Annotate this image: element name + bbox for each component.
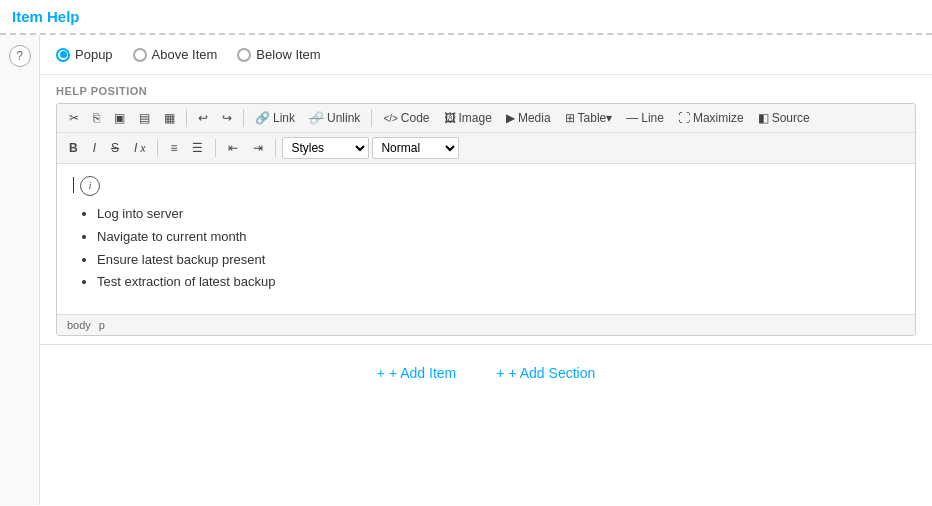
line-icon: — bbox=[626, 111, 638, 125]
image-icon: 🖼 bbox=[444, 111, 456, 125]
list-item: Ensure latest backup present bbox=[97, 250, 899, 271]
radio-below-item[interactable]: Below Item bbox=[237, 47, 320, 62]
code-button[interactable]: </> Code bbox=[377, 108, 435, 128]
bottom-bar: + + Add Item + + Add Section bbox=[40, 344, 932, 401]
format-select[interactable]: Normal Heading 1 Heading 2 Paragraph bbox=[372, 137, 459, 159]
code-icon: </> bbox=[383, 113, 397, 124]
unlink-label: Unlink bbox=[327, 111, 360, 125]
media-icon: ▶ bbox=[506, 111, 515, 125]
paste-button[interactable]: ▣ bbox=[108, 108, 131, 128]
cursor-line: i bbox=[73, 176, 899, 194]
cut-icon: ✂ bbox=[69, 111, 79, 125]
paste-icon: ▣ bbox=[114, 111, 125, 125]
radio-popup[interactable]: Popup bbox=[56, 47, 113, 62]
toolbar-row1: ✂ ⎘ ▣ ▤ ▦ ↩ ↪ bbox=[57, 104, 915, 133]
source-label: Source bbox=[772, 111, 810, 125]
maximize-icon: ⛶ bbox=[678, 111, 690, 125]
main-content: ? Popup Above Item Below Item HELP POSIT… bbox=[0, 35, 932, 505]
ordered-list-button[interactable]: ≡ bbox=[164, 138, 183, 158]
add-item-plus-icon: + bbox=[377, 365, 385, 381]
unlink-button[interactable]: 🔗 Unlink bbox=[303, 108, 366, 128]
page-title: Item Help bbox=[12, 8, 80, 25]
toolbar-sep2 bbox=[243, 109, 244, 127]
toolbar-sep4 bbox=[157, 139, 158, 157]
redo-icon: ↪ bbox=[222, 111, 232, 125]
source-icon: ◧ bbox=[758, 111, 769, 125]
strikethrough-button[interactable]: S bbox=[105, 138, 125, 158]
unordered-list-button[interactable]: ☰ bbox=[186, 138, 209, 158]
left-sidebar: ? bbox=[0, 35, 40, 505]
paste-plain-button[interactable]: ▤ bbox=[133, 108, 156, 128]
radio-circle-popup bbox=[56, 48, 70, 62]
outdent-button[interactable]: ⇤ bbox=[222, 138, 244, 158]
unordered-list-icon: ☰ bbox=[192, 141, 203, 155]
radio-label-above-item: Above Item bbox=[152, 47, 218, 62]
copy-icon: ⎘ bbox=[93, 111, 100, 125]
paste-word-button[interactable]: ▦ bbox=[158, 108, 181, 128]
editor-body[interactable]: i Log into server Navigate to current mo… bbox=[57, 164, 915, 314]
list-item: Test extraction of latest backup bbox=[97, 272, 899, 293]
media-button[interactable]: ▶ Media bbox=[500, 108, 557, 128]
line-button[interactable]: — Line bbox=[620, 108, 670, 128]
footer-tag-p: p bbox=[99, 319, 105, 331]
ordered-list-icon: ≡ bbox=[170, 141, 177, 155]
paste-word-icon: ▦ bbox=[164, 111, 175, 125]
editor-footer: body p bbox=[57, 314, 915, 335]
toolbar-row2: B I S Ix ≡ ☰ ⇤ ⇥ S bbox=[57, 133, 915, 164]
add-section-button[interactable]: + + Add Section bbox=[488, 361, 603, 385]
link-label: Link bbox=[273, 111, 295, 125]
radio-label-below-item: Below Item bbox=[256, 47, 320, 62]
italic-button[interactable]: I bbox=[87, 138, 102, 158]
maximize-button[interactable]: ⛶ Maximize bbox=[672, 108, 750, 128]
radio-circle-above-item bbox=[133, 48, 147, 62]
copy-button[interactable]: ⎘ bbox=[87, 108, 106, 128]
image-button[interactable]: 🖼 Image bbox=[438, 108, 498, 128]
help-icon-button[interactable]: ? bbox=[9, 45, 31, 67]
toolbar-sep5 bbox=[215, 139, 216, 157]
add-item-label: + Add Item bbox=[389, 365, 456, 381]
footer-tag-body: body bbox=[67, 319, 91, 331]
list-item: Log into server bbox=[97, 204, 899, 225]
bullet-list: Log into server Navigate to current mont… bbox=[73, 204, 899, 293]
table-icon: ⊞ bbox=[565, 111, 575, 125]
redo-button[interactable]: ↪ bbox=[216, 108, 238, 128]
styles-select[interactable]: Styles Heading 1 Heading 2 Paragraph bbox=[282, 137, 369, 159]
table-button[interactable]: ⊞ Table▾ bbox=[559, 108, 619, 128]
list-item: Navigate to current month bbox=[97, 227, 899, 248]
line-label: Line bbox=[641, 111, 664, 125]
radio-above-item[interactable]: Above Item bbox=[133, 47, 218, 62]
radio-row: Popup Above Item Below Item bbox=[40, 35, 932, 75]
editor-wrapper: ✂ ⎘ ▣ ▤ ▦ ↩ ↪ bbox=[56, 103, 916, 336]
table-label: Table▾ bbox=[578, 111, 613, 125]
source-button[interactable]: ◧ Source bbox=[752, 108, 816, 128]
content-area: Popup Above Item Below Item HELP POSITIO… bbox=[40, 35, 932, 505]
add-item-button[interactable]: + + Add Item bbox=[369, 361, 465, 385]
unlink-icon: 🔗 bbox=[309, 111, 324, 125]
radio-circle-below-item bbox=[237, 48, 251, 62]
text-cursor bbox=[73, 177, 74, 193]
cut-button[interactable]: ✂ bbox=[63, 108, 85, 128]
toolbar-sep6 bbox=[275, 139, 276, 157]
link-button[interactable]: 🔗 Link bbox=[249, 108, 301, 128]
toolbar-sep3 bbox=[371, 109, 372, 127]
top-bar: Item Help bbox=[0, 0, 932, 35]
undo-icon: ↩ bbox=[198, 111, 208, 125]
media-label: Media bbox=[518, 111, 551, 125]
info-icon: i bbox=[80, 176, 100, 196]
section-label: HELP POSITION bbox=[40, 75, 932, 103]
indent-icon: ⇥ bbox=[253, 141, 263, 155]
add-section-label: + Add Section bbox=[508, 365, 595, 381]
paste-plain-icon: ▤ bbox=[139, 111, 150, 125]
radio-label-popup: Popup bbox=[75, 47, 113, 62]
bold-button[interactable]: B bbox=[63, 138, 84, 158]
outdent-icon: ⇤ bbox=[228, 141, 238, 155]
maximize-label: Maximize bbox=[693, 111, 744, 125]
image-label: Image bbox=[459, 111, 492, 125]
remove-format-button[interactable]: Ix bbox=[128, 138, 151, 158]
toolbar-sep1 bbox=[186, 109, 187, 127]
add-section-plus-icon: + bbox=[496, 365, 504, 381]
indent-button[interactable]: ⇥ bbox=[247, 138, 269, 158]
code-label: Code bbox=[401, 111, 430, 125]
undo-button[interactable]: ↩ bbox=[192, 108, 214, 128]
link-icon: 🔗 bbox=[255, 111, 270, 125]
